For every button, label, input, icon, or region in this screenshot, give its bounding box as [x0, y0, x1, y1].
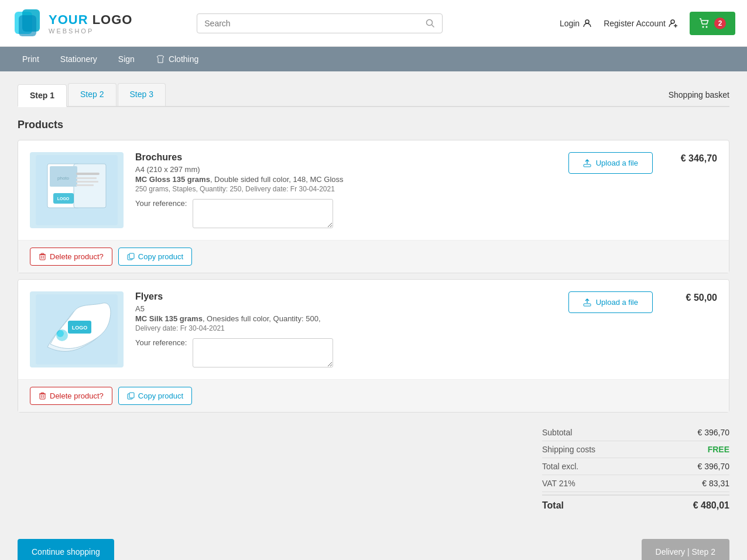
- product-spec1-brochures: A4 (210 x 297 mm): [135, 165, 557, 174]
- product-card-body-brochures: photo LOGO Brochures A4 (210 x 297 mm) M…: [18, 140, 729, 240]
- shipping-label: Shipping costs: [542, 445, 595, 454]
- svg-text:LOGO: LOGO: [57, 197, 70, 201]
- svg-rect-16: [76, 173, 100, 175]
- product-spec3-flyers: Delivery date: Fr 30-04-2021: [135, 324, 557, 332]
- summary-subtotal-row: Subtotal € 396,70: [542, 424, 729, 441]
- nav-item-print[interactable]: Print: [12, 49, 50, 70]
- summary-vat-row: VAT 21% € 83,31: [542, 475, 729, 492]
- product-image-brochures: photo LOGO: [30, 152, 124, 228]
- upload-button-flyers[interactable]: Upload a file: [568, 291, 653, 313]
- user-icon: [582, 19, 592, 28]
- svg-point-6: [671, 20, 674, 23]
- svg-rect-2: [19, 15, 36, 36]
- nav-item-stationery[interactable]: Stationery: [50, 49, 108, 70]
- footer-buttons: Continue shopping Delivery | Step 2: [18, 533, 729, 560]
- delete-button-brochures[interactable]: Delete product?: [30, 248, 112, 266]
- svg-rect-42: [129, 393, 134, 398]
- product-spec2-flyers: MC Silk 135 grams, Onesides full color, …: [135, 314, 557, 323]
- register-button[interactable]: Register Account: [604, 19, 678, 28]
- svg-rect-18: [76, 181, 98, 183]
- delete-label-brochures: Delete product?: [50, 252, 104, 261]
- svg-point-3: [427, 19, 433, 25]
- nav-item-clothing[interactable]: Clothing: [145, 49, 209, 70]
- delivery-step-button[interactable]: Delivery | Step 2: [642, 539, 729, 560]
- product-actions-flyers: Delete product? Copy product: [18, 379, 729, 412]
- svg-line-4: [432, 25, 434, 27]
- cart-button[interactable]: 2: [690, 12, 735, 35]
- trash-icon-2: [39, 392, 46, 400]
- main-content: Step 1 Step 2 Step 3 Shopping basket Pro…: [0, 71, 747, 560]
- tab-step3[interactable]: Step 3: [118, 83, 166, 106]
- product-spec1-flyers: A5: [135, 304, 557, 313]
- search-icon: [426, 19, 435, 28]
- product-card-brochures: photo LOGO Brochures A4 (210 x 297 mm) M…: [18, 140, 729, 273]
- tab-step2[interactable]: Step 2: [68, 83, 116, 106]
- copy-button-flyers[interactable]: Copy product: [118, 387, 192, 405]
- svg-point-10: [706, 26, 708, 28]
- header-actions: Login Register Account 2: [560, 12, 735, 35]
- product-name-flyers: Flyers: [135, 291, 557, 302]
- copy-label-flyers: Copy product: [138, 391, 183, 400]
- svg-text:LOGO: LOGO: [72, 325, 88, 331]
- shipping-value: FREE: [708, 445, 729, 454]
- svg-point-9: [703, 26, 704, 28]
- main-nav: Print Stationery Sign Clothing: [0, 47, 747, 71]
- summary-total-excl-row: Total excl. € 396,70: [542, 458, 729, 475]
- shopping-basket-label: Shopping basket: [669, 90, 729, 99]
- reference-input-flyers[interactable]: [193, 338, 333, 367]
- reference-input-brochures[interactable]: [193, 199, 333, 228]
- product-details-flyers: Flyers A5 MC Silk 135 grams, Onesides fu…: [135, 291, 557, 367]
- upload-button-brochures[interactable]: Upload a file: [568, 152, 653, 174]
- add-user-icon: [669, 19, 678, 28]
- login-button[interactable]: Login: [560, 19, 592, 28]
- clothing-icon: [156, 54, 165, 64]
- svg-rect-36: [40, 394, 45, 399]
- summary-shipping-row: Shipping costs FREE: [542, 441, 729, 458]
- product-upload-flyers: Upload a file: [568, 291, 653, 313]
- svg-rect-40: [41, 393, 44, 394]
- subtotal-label: Subtotal: [542, 428, 572, 437]
- steps-row: Step 1 Step 2 Step 3 Shopping basket: [18, 83, 729, 107]
- flyer-image-svg: LOGO: [36, 294, 118, 365]
- svg-rect-35: [584, 304, 591, 306]
- product-name-brochures: Brochures: [135, 152, 557, 163]
- svg-rect-17: [76, 177, 97, 179]
- vat-value: € 83,31: [702, 479, 729, 488]
- trash-icon: [39, 253, 46, 260]
- nav-item-sign[interactable]: Sign: [108, 49, 145, 70]
- header: YOUR LOGO WEBSHOP Login Register Account: [0, 0, 747, 47]
- search-box[interactable]: [197, 13, 443, 33]
- svg-rect-29: [129, 253, 134, 259]
- product-upload-brochures: Upload a file: [568, 152, 653, 174]
- search-input[interactable]: [204, 19, 426, 28]
- product-ref-brochures: Your reference:: [135, 199, 557, 228]
- delete-button-flyers[interactable]: Delete product?: [30, 387, 112, 405]
- logo-sub: WEBSHOP: [49, 28, 132, 35]
- nav-print-label: Print: [22, 54, 39, 64]
- copy-button-brochures[interactable]: Copy product: [118, 248, 192, 266]
- continue-shopping-button[interactable]: Continue shopping: [18, 539, 114, 560]
- product-price-brochures: € 346,70: [664, 152, 717, 164]
- register-label: Register Account: [604, 19, 666, 28]
- svg-text:photo: photo: [57, 176, 70, 181]
- upload-icon: [583, 159, 591, 167]
- copy-icon: [127, 253, 135, 260]
- product-details-brochures: Brochures A4 (210 x 297 mm) MC Gloss 135…: [135, 152, 557, 228]
- order-summary: Subtotal € 396,70 Shipping costs FREE To…: [18, 424, 729, 516]
- search-area: [197, 13, 443, 33]
- brochure-image-svg: photo LOGO: [36, 155, 118, 225]
- ref-label-flyers: Your reference:: [135, 338, 187, 347]
- products-title: Products: [18, 119, 729, 131]
- product-card-flyers: LOGO Flyers A5 MC Silk 135 grams, Onesid…: [18, 279, 729, 413]
- logo-icon: [12, 7, 44, 39]
- upload-label-flyers: Upload a file: [596, 298, 638, 307]
- summary-total-row: Total € 480,01: [542, 494, 729, 516]
- total-excl-value: € 396,70: [698, 462, 730, 471]
- product-price-flyers: € 50,00: [664, 291, 717, 303]
- steps: Step 1 Step 2 Step 3: [18, 83, 167, 106]
- tab-step1[interactable]: Step 1: [18, 84, 67, 107]
- copy-icon-2: [127, 392, 135, 400]
- total-value: € 480,01: [693, 500, 729, 511]
- product-spec3-brochures: 250 grams, Staples, Quantity: 250, Deliv…: [135, 185, 557, 193]
- cart-icon: [699, 18, 710, 29]
